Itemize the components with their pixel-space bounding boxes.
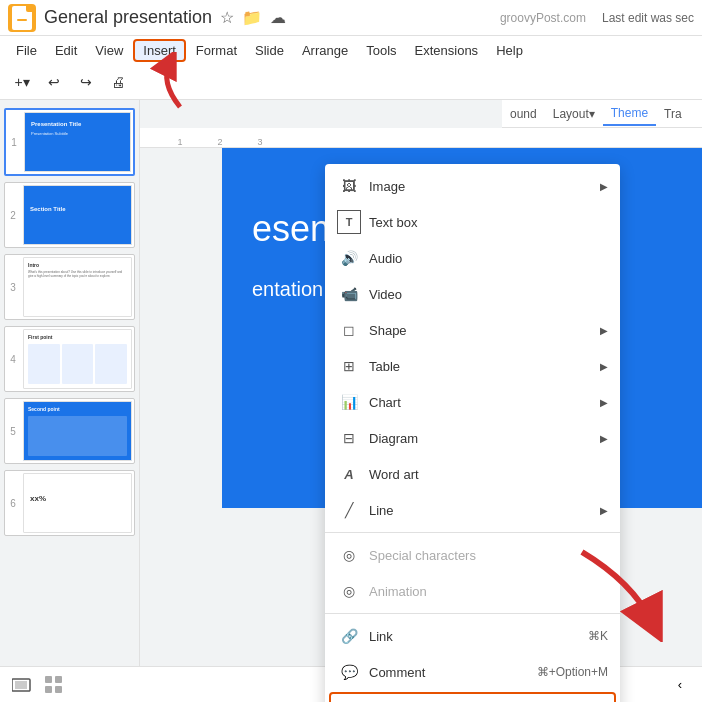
svg-rect-6 [45,686,52,693]
menu-arrange[interactable]: Arrange [294,41,356,60]
menu-item-wordart[interactable]: A Word art [325,456,620,492]
special-chars-icon: ◎ [337,543,361,567]
ruler: 1 2 3 [140,128,702,148]
table-label: Table [369,359,600,374]
menu-item-shape[interactable]: ◻ Shape ▶ [325,312,620,348]
slide-5-body [28,416,127,456]
diagram-icon: ⊟ [337,426,361,450]
filmstrip-icon [12,677,32,693]
menu-item-table[interactable]: ⊞ Table ▶ [325,348,620,384]
slide-3-body: What's this presentation about? Use this… [28,270,127,278]
shape-label: Shape [369,323,600,338]
filmstrip-view-button[interactable] [8,671,36,699]
print-button[interactable]: 🖨 [104,68,132,96]
menu-slide[interactable]: Slide [247,41,292,60]
slide-thumb-4[interactable]: 4 First point [4,326,135,392]
menu-item-diagram[interactable]: ⊟ Diagram ▶ [325,420,620,456]
separator-1 [325,532,620,533]
chart-arrow: ▶ [600,397,608,408]
slide-thumb-2[interactable]: 2 Section Title [4,182,135,248]
diagram-label: Diagram [369,431,600,446]
cloud-icon[interactable]: ☁ [270,8,286,27]
slide-num-5: 5 [7,426,19,437]
top-bar: General presentation ☆ 📁 ☁ groovyPost.co… [0,0,702,36]
grid-view-button[interactable] [40,671,68,699]
menu-edit[interactable]: Edit [47,41,85,60]
menu-item-audio[interactable]: 🔊 Audio [325,240,620,276]
slide-preview-5: Second point [23,401,132,461]
slide-6-title: xx% [30,494,46,503]
folder-icon[interactable]: 📁 [242,8,262,27]
ruler-mark-1: 1 [160,137,200,147]
slide-1-subtitle: Presentation Subtitle [31,131,68,136]
chart-icon: 📊 [337,390,361,414]
collapse-panel-button[interactable]: ‹ [666,671,694,699]
menu-item-textbox[interactable]: T Text box [325,204,620,240]
slide-4-columns [28,344,127,384]
tab-theme[interactable]: Theme [603,102,656,126]
slide-thumb-3[interactable]: 3 Intro What's this presentation about? … [4,254,135,320]
menu-item-comment[interactable]: 💬 Comment ⌘+Option+M [325,654,620,690]
table-icon: ⊞ [337,354,361,378]
menu-extensions[interactable]: Extensions [407,41,487,60]
menu-item-image[interactable]: 🖼 Image ▶ [325,168,620,204]
image-label: Image [369,179,600,194]
slide-num-6: 6 [7,498,19,509]
document-title: General presentation [44,7,212,28]
menu-file[interactable]: File [8,41,45,60]
redo-button[interactable]: ↪ [72,68,100,96]
comment-shortcut: ⌘+Option+M [537,665,608,679]
menu-item-new-slide[interactable]: + New slide Ctrl+M [329,692,616,702]
audio-label: Audio [369,251,608,266]
svg-rect-4 [45,676,52,683]
slide-thumb-6[interactable]: 6 xx% [4,470,135,536]
menu-item-chart[interactable]: 📊 Chart ▶ [325,384,620,420]
ruler-mark-2: 2 [200,137,240,147]
slide-preview-1: Presentation Title Presentation Subtitle [24,112,131,172]
title-icons: ☆ 📁 ☁ [220,8,286,27]
shape-arrow: ▶ [600,325,608,336]
right-tabs: ound Layout▾ Theme Tra [502,100,702,128]
star-icon[interactable]: ☆ [220,8,234,27]
svg-rect-3 [15,681,27,689]
slide-num-1: 1 [8,137,20,148]
video-icon: 📹 [337,282,361,306]
toolbar: +▾ ↩ ↪ 🖨 [0,64,702,100]
content-area: ound Layout▾ Theme Tra 1 2 3 esentation … [140,100,702,702]
menu-item-line[interactable]: ╱ Line ▶ [325,492,620,528]
slide-2-title: Section Title [30,206,66,212]
slide-preview-2: Section Title [23,185,132,245]
shape-icon: ◻ [337,318,361,342]
link-icon: 🔗 [337,624,361,648]
slide-thumb-1[interactable]: 1 Presentation Title Presentation Subtit… [4,108,135,176]
menu-item-video[interactable]: 📹 Video [325,276,620,312]
menu-bar: File Edit View Insert Format Slide Arran… [0,36,702,64]
tab-layout[interactable]: Layout▾ [545,103,603,125]
slide-4-title: First point [28,334,52,340]
tab-tra[interactable]: Tra [656,103,690,125]
slide-3-title: Intro [28,262,39,268]
video-label: Video [369,287,608,302]
slide-num-2: 2 [7,210,19,221]
slide-preview-6: xx% [23,473,132,533]
wordart-label: Word art [369,467,608,482]
menu-view[interactable]: View [87,41,131,60]
textbox-label: Text box [369,215,608,230]
animation-icon: ◎ [337,579,361,603]
svg-rect-5 [55,676,62,683]
ruler-mark-3: 3 [240,137,280,147]
image-arrow: ▶ [600,181,608,192]
red-arrow-bottom [552,542,672,642]
undo-button[interactable]: ↩ [40,68,68,96]
menu-help[interactable]: Help [488,41,531,60]
red-arrow-up [150,52,210,112]
wordart-icon: A [337,462,361,486]
tab-ound[interactable]: ound [502,103,545,125]
image-icon: 🖼 [337,174,361,198]
line-icon: ╱ [337,498,361,522]
slide-thumb-5[interactable]: 5 Second point [4,398,135,464]
menu-tools[interactable]: Tools [358,41,404,60]
table-arrow: ▶ [600,361,608,372]
add-button[interactable]: +▾ [8,68,36,96]
slide-num-3: 3 [7,282,19,293]
